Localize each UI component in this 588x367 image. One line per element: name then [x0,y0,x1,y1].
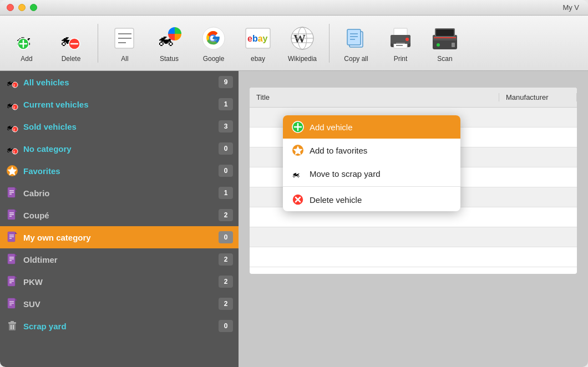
doc-icon-pkw [6,275,19,288]
svg-marker-84 [15,298,17,300]
window-title: My V [562,3,579,12]
svg-marker-64 [15,210,17,212]
doc-icon-cabrio [6,186,19,200]
sidebar-item-cabrio[interactable]: Cabrio 1 [0,182,239,204]
delete-button[interactable]: 🏍 Delete [50,19,92,68]
svg-rect-88 [9,323,16,330]
status-button[interactable]: 🏍 Status [148,19,190,68]
doc-icon-myown [6,231,19,244]
add-vehicle-label: Add vehicle [310,123,353,132]
my-own-category-label: My own category [23,233,214,242]
svg-rect-40 [436,29,454,36]
sidebar-item-sold-vehicles[interactable]: 🏍 ! Sold vehicles 3 [0,115,239,137]
sidebar-item-oldtimer[interactable]: Oldtimer 2 [0,248,239,271]
wikipedia-icon: W [288,24,317,53]
sold-vehicles-label: Sold vehicles [23,122,214,131]
svg-rect-42 [452,43,455,47]
wikipedia-button[interactable]: W Wikipedia [281,19,323,68]
toolbar: 🏍 Add 🏍 Delete [0,16,588,71]
svg-rect-26 [347,29,361,45]
move-scrap-label: Move to scrap yard [310,169,381,179]
moto-scrap-icon: 🏍 [292,167,304,180]
status-label: Status [160,55,179,63]
coupe-badge: 2 [219,209,233,221]
sidebar-item-no-category[interactable]: 🏍 ! No category 0 [0,137,239,160]
context-menu-delete-vehicle[interactable]: Delete vehicle [283,188,460,211]
google-label: Google [203,55,225,63]
current-vehicles-badge: 1 [219,98,233,110]
status-icon: 🏍 [155,24,184,53]
svg-text:!: ! [13,83,15,88]
suv-label: SUV [23,299,214,309]
table-row[interactable] [250,247,577,267]
ebay-button[interactable]: ebay ebay [237,19,279,68]
print-label: Print [394,55,408,63]
scan-icon [430,24,459,53]
context-menu-add-favorites[interactable]: Add to favorites [283,139,460,162]
my-own-category-badge: 0 [219,231,233,243]
sidebar-item-pkw[interactable]: PKW 2 [0,271,239,293]
sidebar-item-my-own-category[interactable]: My own category 0 [0,226,239,248]
coupe-label: Coupé [23,211,214,220]
scrap-yard-label: Scrap yard [23,322,214,331]
context-menu-separator [283,186,460,187]
google-button[interactable]: G G Google [192,19,235,68]
scan-label: Scan [437,55,452,63]
separator-1 [98,24,98,63]
svg-marker-74 [15,254,17,256]
no-category-label: No category [23,144,214,154]
sidebar-item-scrap-yard[interactable]: Scrap yard 0 [0,315,239,337]
all-vehicles-badge: 9 [219,76,233,88]
add-button[interactable]: 🏍 Add [6,19,48,68]
x-circle-icon [292,193,304,206]
sidebar-item-all-vehicles[interactable]: 🏍 ! All vehicles 9 [0,71,239,93]
all-icon [110,24,139,53]
print-button[interactable]: Print [379,19,422,68]
table-row[interactable] [250,227,577,247]
sidebar-item-coupe[interactable]: Coupé 2 [0,204,239,226]
title-bar: My V [0,0,588,16]
delete-icon: 🏍 [57,24,85,53]
pkw-badge: 2 [219,276,233,288]
svg-marker-59 [15,187,17,190]
star-icon [6,164,19,177]
doc-icon-oldtimer [6,253,19,266]
suv-badge: 2 [219,298,233,310]
svg-marker-69 [15,232,17,234]
copy-all-label: Copy all [344,55,368,63]
moto-red-icon-3: 🏍 ! [6,120,19,133]
sidebar-item-current-vehicles[interactable]: 🏍 ! Current vehicles 1 [0,93,239,115]
moto-red-icon-2: 🏍 ! [6,98,19,111]
all-label: All [121,55,128,63]
current-vehicles-label: Current vehicles [23,100,214,109]
all-button[interactable]: All [104,19,146,68]
svg-point-34 [405,38,409,41]
traffic-lights [7,4,37,11]
table-header: Title Manufacturer [250,88,577,108]
context-menu-add-vehicle[interactable]: Add vehicle [283,115,460,139]
delete-vehicle-label: Delete vehicle [310,195,362,205]
sidebar: 🏍 ! All vehicles 9 🏍 ! Current vehicles … [0,71,239,367]
print-icon [386,24,415,53]
add-icon: 🏍 [12,24,41,53]
pkw-label: PKW [23,277,214,287]
scrap-yard-badge: 0 [219,320,233,332]
copy-all-button[interactable]: Copy all [335,19,377,68]
scan-button[interactable]: Scan [424,19,466,68]
svg-text:!: ! [13,105,15,110]
plus-circle-icon [292,121,304,133]
sidebar-item-favorites[interactable]: Favorites 0 [0,160,239,182]
favorites-badge: 0 [219,165,233,177]
minimize-button[interactable] [18,4,26,11]
all-vehicles-label: All vehicles [23,78,214,87]
close-button[interactable] [7,4,14,11]
add-label: Add [21,55,32,63]
sidebar-item-suv[interactable]: SUV 2 [0,293,239,315]
svg-text:!: ! [13,150,15,155]
oldtimer-label: Oldtimer [23,255,214,264]
wikipedia-label: Wikipedia [288,55,317,63]
svg-text:ebay: ebay [247,34,268,43]
ebay-label: ebay [251,55,265,63]
maximize-button[interactable] [30,4,37,11]
context-menu-move-scrap[interactable]: 🏍 Move to scrap yard [283,162,460,185]
